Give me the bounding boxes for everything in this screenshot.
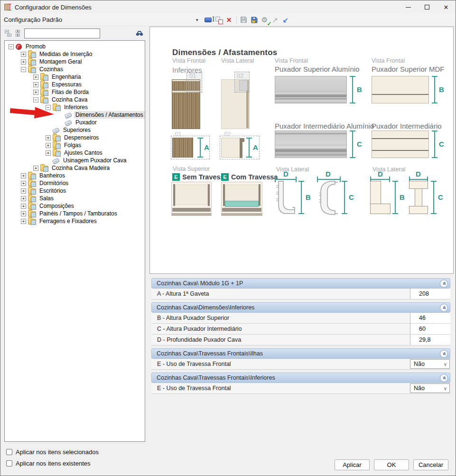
tree-item[interactable]: Fitas de Borda — [5, 88, 145, 96]
tree-item[interactable]: Espessuras — [5, 81, 145, 88]
minimize-button[interactable] — [399, 0, 418, 14]
tree-item-label: Superiores — [62, 126, 92, 134]
expand-toggle-icon[interactable] — [21, 67, 26, 72]
tree-item[interactable]: Puxador — [5, 119, 145, 126]
expand-toggle-icon[interactable] — [46, 105, 51, 110]
delete-configuration-button[interactable]: ✕ — [224, 15, 234, 25]
configuration-combo-caret-icon[interactable]: ▾ — [196, 18, 198, 22]
collapse-all-button[interactable] — [4, 29, 12, 37]
collapse-section-button[interactable]: » — [440, 304, 448, 312]
cancel-button[interactable]: Cancelar — [413, 459, 448, 470]
tree-item[interactable]: Dimensões / Afastamentos — [5, 111, 145, 119]
expand-all-button[interactable] — [14, 29, 21, 37]
maximize-button[interactable] — [418, 0, 437, 14]
com-travessa-label: Com Travessa — [231, 173, 278, 181]
new-configuration-button[interactable] — [214, 15, 223, 25]
tree-item[interactable]: Cozinha Cava Madeira — [5, 164, 145, 172]
tree-item[interactable]: Folgas — [5, 141, 145, 149]
section-header-label: Cozinhas Cava\ Módulo 1G + 1P — [157, 280, 243, 287]
apply-existing-items-checkbox-row[interactable]: Aplicar nos itens existentes — [6, 460, 91, 467]
expand-toggle-icon[interactable] — [33, 166, 38, 171]
property-label: E - Uso de Travessa Frontal — [151, 361, 231, 367]
title-bar: Configurador de Dimensões ✕ — [0, 0, 456, 14]
property-section-header[interactable]: Cozinhas Cava\Travessas Frontais\Ilhas » — [151, 348, 450, 359]
folder-icon — [28, 219, 36, 224]
tree-item[interactable]: Cozinhas — [5, 65, 145, 73]
expand-toggle-icon[interactable] — [21, 59, 26, 65]
expand-toggle-icon[interactable] — [21, 204, 26, 209]
tree-item[interactable]: Painéis / Tampos / Tamburatos — [5, 210, 145, 217]
travessa-frontal-dropdown[interactable]: Não ∨ — [410, 383, 450, 393]
rename-configuration-button[interactable] — [204, 15, 213, 25]
tree-item[interactable]: Medidas de Inserção — [5, 50, 145, 58]
tree-item[interactable]: Promob — [5, 43, 145, 50]
expand-toggle-icon[interactable] — [21, 52, 26, 57]
expand-toggle-icon[interactable] — [33, 97, 38, 103]
tree-item[interactable]: Escritórios — [5, 187, 145, 195]
tree-item[interactable]: Engenharia — [5, 73, 145, 81]
expand-toggle-icon[interactable] — [21, 219, 26, 224]
apply-settings-gear-icon[interactable]: ⚙✓ — [260, 15, 270, 25]
top-view-sem-travessa-illustration — [171, 182, 212, 216]
side-view-label-alu: Vista Lateral — [276, 166, 309, 173]
tree-item[interactable]: Usinagem Puxador Cava — [5, 157, 145, 164]
tree-item[interactable]: Cozinha Cava — [5, 96, 145, 103]
expand-toggle-icon[interactable] — [46, 143, 51, 148]
tree-item[interactable]: Superiores — [5, 126, 145, 134]
property-value-field[interactable]: 29,8 — [410, 335, 450, 345]
property-value-field[interactable]: 208 — [410, 289, 450, 299]
expand-toggle-icon[interactable] — [21, 181, 26, 186]
ok-button[interactable]: OK — [374, 459, 409, 470]
property-value-field[interactable]: 60 — [410, 324, 450, 334]
configuration-combo[interactable]: Configuração Padrão — [4, 16, 196, 23]
folder-icon — [28, 204, 36, 209]
expand-toggle-icon[interactable] — [46, 135, 51, 140]
collapse-section-button[interactable]: » — [440, 374, 448, 382]
tree-item[interactable]: Ajustes Cantos — [5, 149, 145, 157]
expand-toggle-icon[interactable] — [21, 211, 26, 216]
tree-item[interactable]: Salas — [5, 195, 145, 202]
tree-toolbar — [4, 28, 145, 39]
expand-toggle-icon[interactable] — [46, 150, 51, 156]
tree-item[interactable]: Ferragens e Fixadores — [5, 217, 145, 225]
section-header-label: Cozinhas Cava\Travessas Frontais\Ilhas — [157, 350, 263, 357]
tree-item[interactable]: Composições — [5, 202, 145, 210]
checkbox[interactable] — [6, 449, 12, 455]
expand-toggle-icon[interactable] — [33, 75, 38, 80]
chevron-up-icon: » — [441, 307, 447, 309]
collapse-section-button[interactable]: » — [440, 280, 448, 288]
apply-button[interactable]: Aplicar — [335, 459, 370, 470]
dimension-line-c2 — [432, 131, 437, 158]
search-binoculars-icon[interactable] — [136, 29, 143, 37]
close-button[interactable]: ✕ — [437, 0, 456, 14]
tree-item[interactable]: Dormitórios — [5, 179, 145, 187]
property-section: Cozinhas Cava\ Módulo 1G + 1P » A - Altu… — [151, 278, 450, 299]
folder-icon — [53, 150, 60, 156]
expand-toggle-icon[interactable] — [21, 196, 26, 201]
import-arrow-icon[interactable]: ↙ — [281, 15, 290, 25]
property-value-field[interactable]: 46 — [410, 313, 450, 323]
property-section-header[interactable]: Cozinhas Cava\Dimensões\Inferiores » — [151, 302, 450, 313]
expand-toggle-icon[interactable] — [33, 82, 38, 87]
expand-toggle-icon[interactable] — [21, 173, 26, 178]
save-database-icon[interactable] — [250, 15, 259, 25]
folder-icon — [40, 75, 48, 80]
collapse-section-button[interactable]: » — [440, 350, 448, 358]
property-section-header[interactable]: Cozinhas Cava\ Módulo 1G + 1P » — [151, 278, 450, 289]
travessa-frontal-dropdown[interactable]: Não ∨ — [410, 359, 450, 369]
expand-toggle-icon[interactable] — [21, 188, 26, 194]
expand-toggle-icon[interactable] — [9, 44, 14, 49]
tree-search-input[interactable] — [24, 28, 100, 38]
tree-item-label: Folgas — [63, 141, 83, 149]
tree-item[interactable]: Despenseiros — [5, 134, 145, 141]
tree-item[interactable]: Banheiros — [5, 172, 145, 179]
tree-item[interactable]: Inferiores — [5, 103, 145, 111]
apply-selected-items-checkbox-row[interactable]: Aplicar nos itens selecionados — [6, 448, 99, 456]
expand-toggle-icon[interactable] — [33, 90, 38, 95]
export-arrow-icon[interactable]: ↗ — [270, 15, 280, 25]
checkbox[interactable] — [6, 460, 12, 467]
tree-item[interactable]: Montagem Geral — [5, 58, 145, 65]
tree-item-label: Dimensões / Afastamentos — [74, 111, 145, 119]
save-button[interactable] — [239, 15, 249, 25]
property-section-header[interactable]: Cozinhas Cava\Travessas Frontais\Inferio… — [151, 373, 450, 383]
